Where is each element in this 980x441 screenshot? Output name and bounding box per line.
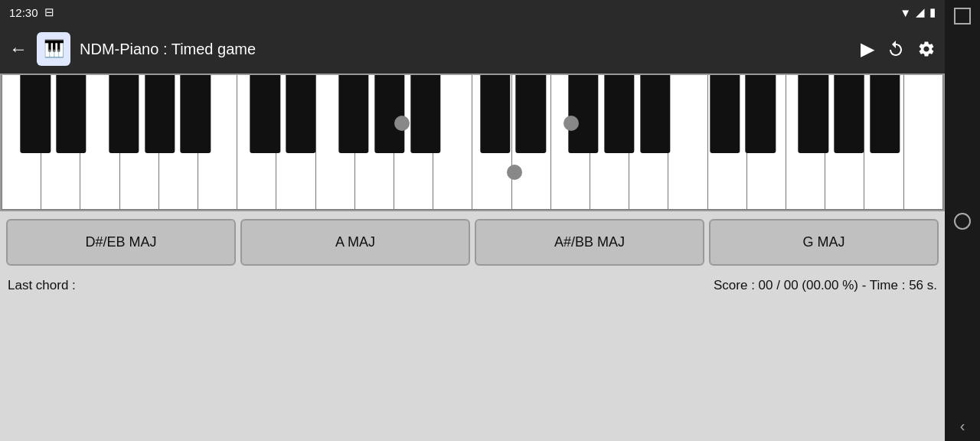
right-nav-bar: ‹ [945, 0, 980, 441]
nav-square-icon[interactable] [954, 8, 971, 24]
sim-icon: ⊟ [44, 5, 54, 19]
title-actions: ▶ [861, 38, 936, 60]
last-chord-label: Last chord : [8, 278, 76, 293]
black-key-4[interactable] [145, 75, 175, 153]
status-left: 12:30 ⊟ [9, 5, 54, 19]
title-bar: ← 🎹 NDM-Piano : Timed game ▶ [0, 24, 945, 74]
black-key-18[interactable] [799, 75, 828, 153]
piano-keyboard-container [0, 74, 945, 211]
app-icon: 🎹 [37, 32, 70, 66]
bottom-status: Last chord : Score : 00 / 00 (00.00 %) -… [0, 273, 945, 298]
black-key-20[interactable] [870, 75, 900, 153]
black-key-19[interactable] [834, 75, 864, 153]
keyboard-wrapper [2, 75, 943, 210]
back-button[interactable]: ← [9, 38, 28, 60]
black-key-9[interactable] [374, 75, 404, 153]
page-title: NDM-Piano : Timed game [80, 41, 851, 58]
replay-button[interactable] [887, 40, 905, 58]
signal-icon: ◢ [916, 5, 925, 19]
black-key-6[interactable] [250, 75, 280, 153]
time-display: 12:30 [9, 6, 38, 19]
white-key-24[interactable] [903, 75, 943, 210]
black-key-8[interactable] [338, 75, 368, 153]
black-key-5[interactable] [181, 75, 211, 153]
right-bar-top [954, 8, 971, 24]
settings-button[interactable] [917, 40, 936, 58]
score-display: Score : 00 / 00 (00.00 %) - Time : 56 s. [714, 278, 937, 293]
replay-icon [887, 40, 905, 58]
chord-button-4[interactable]: G MAJ [709, 219, 939, 266]
settings-icon [917, 40, 936, 58]
black-key-12[interactable] [516, 75, 546, 153]
black-key-7[interactable] [286, 75, 315, 153]
black-key-17[interactable] [746, 75, 776, 153]
wifi-icon: ▼ [900, 6, 911, 19]
black-key-1[interactable] [21, 75, 51, 153]
chord-button-2[interactable]: A MAJ [240, 219, 470, 266]
nav-chevron-icon[interactable]: ‹ [960, 418, 965, 433]
white-key-18[interactable] [668, 75, 707, 210]
chord-buttons: D#/EB MAJ A MAJ A#/BB MAJ G MAJ [0, 211, 945, 273]
play-button[interactable]: ▶ [861, 38, 874, 60]
black-key-2[interactable] [56, 75, 86, 153]
black-key-11[interactable] [480, 75, 510, 153]
chord-button-3[interactable]: A#/BB MAJ [475, 219, 704, 266]
nav-circle-icon[interactable] [954, 213, 971, 230]
black-key-16[interactable] [710, 75, 740, 153]
black-key-14[interactable] [604, 75, 634, 153]
black-key-10[interactable] [410, 75, 440, 153]
chord-button-1[interactable]: D#/EB MAJ [6, 219, 236, 266]
battery-icon: ▮ [929, 5, 936, 19]
status-bar: 12:30 ⊟ ▼ ◢ ▮ [0, 0, 945, 24]
status-right: ▼ ◢ ▮ [900, 5, 936, 19]
black-key-15[interactable] [640, 75, 670, 153]
black-key-13[interactable] [568, 75, 598, 153]
black-key-3[interactable] [109, 75, 139, 153]
